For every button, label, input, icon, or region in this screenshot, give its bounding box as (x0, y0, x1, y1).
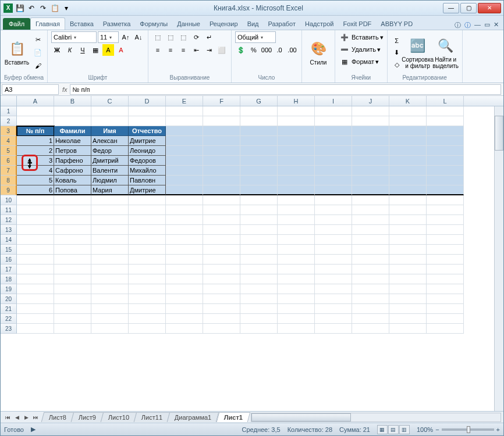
vertical-scrollbar[interactable] (494, 106, 503, 411)
row-header[interactable]: 18 (1, 274, 17, 284)
normal-view-icon[interactable]: ▦ (377, 425, 388, 434)
sheet-tab[interactable]: Лист9 (71, 412, 104, 422)
page-layout-view-icon[interactable]: ▤ (388, 425, 399, 434)
cell[interactable] (278, 136, 315, 146)
cell[interactable] (389, 166, 427, 176)
align-top-icon[interactable]: ⬚ (152, 31, 164, 43)
cell[interactable]: Петров (54, 146, 91, 156)
cell[interactable] (129, 255, 166, 265)
next-sheet-icon[interactable]: ▶ (22, 414, 31, 420)
sheet-tab[interactable]: Лист1 (216, 412, 250, 422)
row-header[interactable]: 15 (1, 245, 17, 255)
cell[interactable] (278, 324, 315, 334)
cell[interactable] (278, 146, 315, 156)
tab-formulas[interactable]: Формулы (135, 18, 172, 30)
cell[interactable] (166, 116, 203, 126)
cell[interactable] (278, 314, 315, 324)
cell[interactable] (91, 205, 129, 215)
bold-button[interactable]: Ж (51, 44, 63, 56)
cell[interactable] (17, 255, 54, 265)
cell[interactable] (129, 235, 166, 245)
cell[interactable] (240, 245, 278, 255)
indent-inc-icon[interactable]: ⇥ (203, 44, 215, 56)
merge-icon[interactable]: ⬜ (216, 44, 228, 56)
cell[interactable]: Парфено (54, 156, 91, 166)
cell[interactable] (203, 265, 240, 274)
border-icon[interactable]: ▦ (90, 44, 101, 56)
cell[interactable] (389, 146, 427, 156)
font-size-combo[interactable]: 11▾ (98, 31, 119, 43)
cell[interactable]: Николае (54, 136, 91, 146)
cell[interactable] (17, 314, 54, 324)
cell[interactable] (91, 116, 129, 126)
cell[interactable]: Федор (91, 146, 129, 156)
cell[interactable] (315, 284, 352, 294)
cell[interactable] (352, 146, 389, 156)
cell[interactable] (203, 205, 240, 215)
cell[interactable]: Валенти (91, 166, 129, 176)
name-box[interactable]: A3 (2, 84, 59, 95)
cell[interactable] (240, 126, 278, 136)
cell[interactable] (427, 176, 464, 185)
cell[interactable] (427, 225, 464, 235)
cell[interactable] (315, 126, 352, 136)
cell[interactable] (315, 106, 352, 116)
cell[interactable] (427, 265, 464, 274)
cell[interactable]: Коваль (54, 176, 91, 185)
cell[interactable] (203, 176, 240, 185)
dec-decimal-icon[interactable]: .00 (286, 44, 298, 56)
cell[interactable]: Фамили (54, 126, 91, 136)
shrink-font-icon[interactable]: A↓ (133, 31, 144, 43)
cell[interactable] (91, 304, 129, 314)
cell[interactable] (203, 235, 240, 245)
cell[interactable] (278, 294, 315, 304)
row-header[interactable]: 14 (1, 235, 17, 245)
row-header[interactable]: 8 (1, 176, 17, 185)
cell[interactable] (278, 265, 315, 274)
cell[interactable] (240, 255, 278, 265)
cell[interactable] (240, 166, 278, 176)
cell[interactable] (166, 146, 203, 156)
delete-cells-button[interactable]: ➖Удалить ▾ (339, 44, 381, 55)
cell[interactable] (166, 304, 203, 314)
tab-view[interactable]: Вид (243, 18, 264, 30)
cell[interactable] (352, 255, 389, 265)
scroll-thumb[interactable] (251, 413, 351, 421)
cell[interactable] (54, 106, 91, 116)
tab-foxit[interactable]: Foxit PDF (338, 18, 376, 30)
row-header[interactable]: 6 (1, 156, 17, 166)
row-header[interactable]: 10 (1, 195, 17, 205)
cell[interactable] (203, 225, 240, 235)
row-header[interactable]: 9 (1, 185, 17, 195)
row-header[interactable]: 20 (1, 294, 17, 304)
cell[interactable] (166, 126, 203, 136)
sheet-tab[interactable]: Диаграмма1 (167, 412, 219, 422)
col-header[interactable]: J (352, 96, 389, 106)
cell[interactable] (389, 176, 427, 185)
cell[interactable] (389, 215, 427, 225)
cell[interactable] (203, 195, 240, 205)
cell[interactable] (129, 274, 166, 284)
cell[interactable] (166, 284, 203, 294)
cell[interactable] (427, 156, 464, 166)
minimize-ribbon-icon[interactable]: ⓘ (455, 21, 461, 30)
styles-button[interactable]: 🎨 Стили (306, 34, 331, 72)
cell[interactable] (240, 195, 278, 205)
cell[interactable]: Алексан (91, 136, 129, 146)
cell[interactable] (203, 255, 240, 265)
cell[interactable] (315, 304, 352, 314)
cell[interactable] (352, 225, 389, 235)
cell[interactable]: Имя (91, 126, 129, 136)
cell[interactable] (166, 294, 203, 304)
cell[interactable] (166, 195, 203, 205)
cell[interactable] (54, 274, 91, 284)
row-header[interactable]: 19 (1, 284, 17, 294)
cell[interactable]: Отчество (129, 126, 166, 136)
cell[interactable]: Мария (91, 185, 129, 195)
align-bottom-icon[interactable]: ⬚ (178, 31, 189, 43)
cell[interactable] (352, 265, 389, 274)
cell[interactable] (427, 215, 464, 225)
row-header[interactable]: 5 (1, 146, 17, 156)
cell[interactable] (427, 255, 464, 265)
cell[interactable] (54, 255, 91, 265)
